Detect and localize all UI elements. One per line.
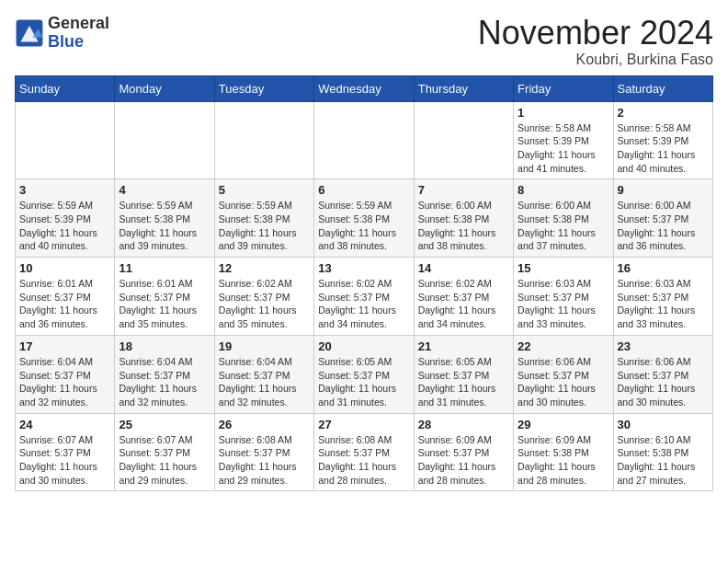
day-info: Sunrise: 6:03 AM Sunset: 5:37 PM Dayligh…: [518, 277, 609, 331]
calendar-cell: 12Sunrise: 6:02 AM Sunset: 5:37 PM Dayli…: [214, 258, 313, 336]
day-info: Sunrise: 6:08 AM Sunset: 5:37 PM Dayligh…: [318, 433, 409, 488]
logo-general: General: [48, 14, 109, 32]
day-info: Sunrise: 6:06 AM Sunset: 5:37 PM Dayligh…: [618, 355, 709, 409]
weekday-header: Saturday: [613, 75, 712, 101]
calendar-table: SundayMondayTuesdayWednesdayThursdayFrid…: [15, 75, 713, 492]
calendar-cell: 30Sunrise: 6:10 AM Sunset: 5:38 PM Dayli…: [613, 413, 712, 491]
calendar-cell: 20Sunrise: 6:05 AM Sunset: 5:37 PM Dayli…: [314, 335, 414, 413]
day-info: Sunrise: 6:02 AM Sunset: 5:37 PM Dayligh…: [219, 277, 310, 331]
calendar-cell: 14Sunrise: 6:02 AM Sunset: 5:37 PM Dayli…: [414, 258, 513, 336]
title-block: November 2024 Koubri, Burkina Faso: [478, 15, 713, 68]
calendar-cell: 26Sunrise: 6:08 AM Sunset: 5:37 PM Dayli…: [214, 413, 313, 491]
day-info: Sunrise: 6:08 AM Sunset: 5:37 PM Dayligh…: [219, 433, 310, 488]
day-info: Sunrise: 6:04 AM Sunset: 5:37 PM Dayligh…: [219, 355, 310, 409]
page-header: General Blue November 2024 Koubri, Burki…: [15, 15, 713, 68]
day-number: 26: [219, 418, 310, 431]
calendar-cell: 7Sunrise: 6:00 AM Sunset: 5:38 PM Daylig…: [414, 179, 513, 258]
calendar-week-row: 1Sunrise: 5:58 AM Sunset: 5:39 PM Daylig…: [16, 101, 713, 179]
day-info: Sunrise: 5:59 AM Sunset: 5:38 PM Dayligh…: [318, 199, 409, 253]
day-info: Sunrise: 6:02 AM Sunset: 5:37 PM Dayligh…: [318, 277, 409, 331]
day-number: 19: [219, 339, 310, 353]
day-number: 2: [618, 106, 709, 120]
day-info: Sunrise: 6:00 AM Sunset: 5:38 PM Dayligh…: [518, 199, 609, 253]
day-info: Sunrise: 5:59 AM Sunset: 5:38 PM Dayligh…: [119, 199, 210, 253]
logo-text: General Blue: [48, 15, 109, 52]
weekday-header: Thursday: [414, 75, 513, 101]
weekday-header: Friday: [514, 75, 613, 101]
day-number: 4: [119, 183, 210, 197]
weekday-header: Monday: [115, 75, 214, 101]
day-info: Sunrise: 6:01 AM Sunset: 5:37 PM Dayligh…: [19, 277, 110, 331]
day-number: 10: [19, 261, 110, 275]
calendar-cell: 23Sunrise: 6:06 AM Sunset: 5:37 PM Dayli…: [613, 335, 712, 413]
calendar-cell: 25Sunrise: 6:07 AM Sunset: 5:37 PM Dayli…: [115, 413, 214, 491]
day-number: 6: [318, 183, 409, 197]
calendar-cell: 28Sunrise: 6:09 AM Sunset: 5:37 PM Dayli…: [414, 413, 513, 491]
day-number: 9: [618, 183, 709, 197]
calendar-week-row: 17Sunrise: 6:04 AM Sunset: 5:37 PM Dayli…: [16, 335, 713, 413]
weekday-header: Wednesday: [314, 75, 414, 101]
day-info: Sunrise: 6:02 AM Sunset: 5:37 PM Dayligh…: [418, 277, 509, 331]
calendar-cell: 15Sunrise: 6:03 AM Sunset: 5:37 PM Dayli…: [514, 258, 613, 336]
weekday-header: Sunday: [16, 75, 115, 101]
day-number: 29: [518, 418, 609, 431]
day-info: Sunrise: 6:04 AM Sunset: 5:37 PM Dayligh…: [19, 355, 110, 409]
calendar-cell: 3Sunrise: 5:59 AM Sunset: 5:39 PM Daylig…: [16, 179, 115, 258]
calendar-week-row: 10Sunrise: 6:01 AM Sunset: 5:37 PM Dayli…: [16, 258, 713, 336]
day-info: Sunrise: 6:09 AM Sunset: 5:38 PM Dayligh…: [518, 433, 609, 488]
calendar-week-row: 3Sunrise: 5:59 AM Sunset: 5:39 PM Daylig…: [16, 179, 713, 258]
day-number: 11: [119, 261, 210, 275]
calendar-cell: [115, 101, 214, 179]
calendar-cell: 18Sunrise: 6:04 AM Sunset: 5:37 PM Dayli…: [115, 335, 214, 413]
day-number: 20: [318, 339, 409, 353]
calendar-cell: 1Sunrise: 5:58 AM Sunset: 5:39 PM Daylig…: [514, 101, 613, 179]
day-info: Sunrise: 6:10 AM Sunset: 5:38 PM Dayligh…: [618, 433, 709, 488]
calendar-cell: 16Sunrise: 6:03 AM Sunset: 5:37 PM Dayli…: [613, 258, 712, 336]
calendar-cell: 11Sunrise: 6:01 AM Sunset: 5:37 PM Dayli…: [115, 258, 214, 336]
day-info: Sunrise: 5:59 AM Sunset: 5:38 PM Dayligh…: [219, 199, 310, 253]
day-number: 14: [418, 261, 509, 275]
day-number: 7: [418, 183, 509, 197]
day-info: Sunrise: 6:00 AM Sunset: 5:37 PM Dayligh…: [618, 199, 709, 253]
calendar-cell: [16, 101, 115, 179]
day-number: 16: [618, 261, 709, 275]
day-info: Sunrise: 6:07 AM Sunset: 5:37 PM Dayligh…: [19, 433, 110, 488]
calendar-cell: 19Sunrise: 6:04 AM Sunset: 5:37 PM Dayli…: [214, 335, 313, 413]
day-info: Sunrise: 6:09 AM Sunset: 5:37 PM Dayligh…: [418, 433, 509, 488]
day-info: Sunrise: 6:05 AM Sunset: 5:37 PM Dayligh…: [418, 355, 509, 409]
day-number: 22: [518, 339, 609, 353]
day-number: 18: [119, 339, 210, 353]
calendar-cell: 2Sunrise: 5:58 AM Sunset: 5:39 PM Daylig…: [613, 101, 712, 179]
day-number: 24: [19, 418, 110, 431]
calendar-cell: 4Sunrise: 5:59 AM Sunset: 5:38 PM Daylig…: [115, 179, 214, 258]
logo-blue: Blue: [48, 32, 84, 51]
calendar-cell: 29Sunrise: 6:09 AM Sunset: 5:38 PM Dayli…: [514, 413, 613, 491]
day-number: 21: [418, 339, 509, 353]
day-number: 3: [19, 183, 110, 197]
day-number: 8: [518, 183, 609, 197]
day-number: 25: [119, 418, 210, 431]
day-info: Sunrise: 5:58 AM Sunset: 5:39 PM Dayligh…: [618, 121, 709, 176]
day-number: 5: [219, 183, 310, 197]
calendar-cell: [314, 101, 414, 179]
calendar-cell: 5Sunrise: 5:59 AM Sunset: 5:38 PM Daylig…: [214, 179, 313, 258]
logo-icon: [15, 18, 44, 48]
logo: General Blue: [15, 15, 109, 52]
day-info: Sunrise: 6:07 AM Sunset: 5:37 PM Dayligh…: [119, 433, 210, 488]
calendar-cell: 17Sunrise: 6:04 AM Sunset: 5:37 PM Dayli…: [16, 335, 115, 413]
day-info: Sunrise: 6:05 AM Sunset: 5:37 PM Dayligh…: [318, 355, 409, 409]
calendar-cell: 9Sunrise: 6:00 AM Sunset: 5:37 PM Daylig…: [613, 179, 712, 258]
day-number: 12: [219, 261, 310, 275]
day-number: 27: [318, 418, 409, 431]
day-number: 28: [418, 418, 509, 431]
day-info: Sunrise: 6:03 AM Sunset: 5:37 PM Dayligh…: [618, 277, 709, 331]
day-info: Sunrise: 5:58 AM Sunset: 5:39 PM Dayligh…: [518, 121, 609, 176]
day-number: 30: [618, 418, 709, 431]
calendar-header-row: SundayMondayTuesdayWednesdayThursdayFrid…: [16, 75, 713, 101]
day-info: Sunrise: 6:06 AM Sunset: 5:37 PM Dayligh…: [518, 355, 609, 409]
day-number: 17: [19, 339, 110, 353]
page-subtitle: Koubri, Burkina Faso: [478, 52, 713, 68]
calendar-cell: 21Sunrise: 6:05 AM Sunset: 5:37 PM Dayli…: [414, 335, 513, 413]
page-title: November 2024: [478, 15, 713, 52]
calendar-cell: 27Sunrise: 6:08 AM Sunset: 5:37 PM Dayli…: [314, 413, 414, 491]
